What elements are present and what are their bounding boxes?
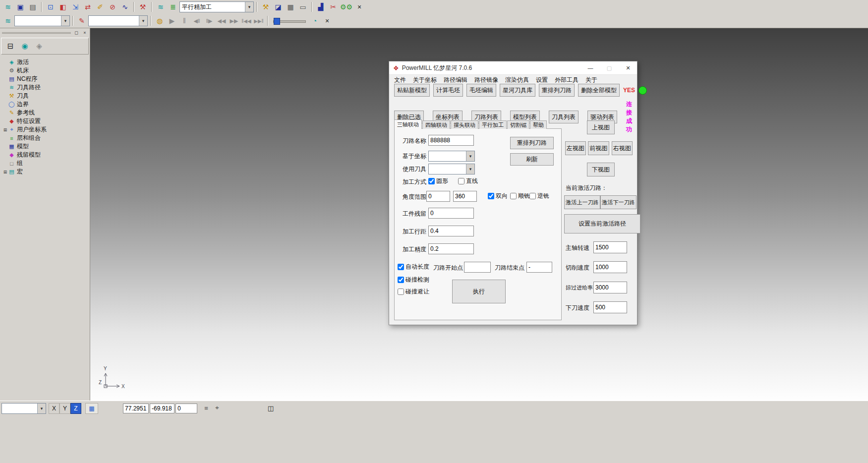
stepover-input[interactable] <box>428 226 474 236</box>
panel-drag-grip[interactable] <box>2 32 71 34</box>
tree-item-feature-sets[interactable]: ◆特征设置 <box>1 117 89 125</box>
view-front-button[interactable]: 前视图 <box>588 141 609 155</box>
coord-y-input[interactable] <box>150 404 174 413</box>
expand-icon[interactable]: ⊞ <box>2 170 8 174</box>
toolbar-close-icon[interactable]: × <box>321 15 333 26</box>
tree-item-patterns[interactable]: ✎参考线 <box>1 109 89 117</box>
print-icon[interactable]: ▤ <box>27 1 39 12</box>
collision-avoid-checkbox[interactable]: 碰撞避让 <box>398 288 429 296</box>
execute-button[interactable]: 执行 <box>452 280 506 303</box>
chart-icon[interactable]: ▟ <box>315 1 327 12</box>
go-end-icon[interactable]: ▶▶‖ <box>253 15 265 26</box>
stock-input[interactable] <box>428 208 474 219</box>
menu-about-coords[interactable]: 关于坐标 <box>409 76 440 84</box>
view-left-button[interactable]: 左视图 <box>565 141 586 155</box>
cutting-speed-input[interactable] <box>593 261 627 273</box>
menu-path-mirror[interactable]: 路径镜像 <box>471 76 502 84</box>
limit-boundary-icon[interactable]: ⊘ <box>107 1 118 12</box>
start-point-input[interactable] <box>464 262 491 273</box>
close-button[interactable]: ✕ <box>620 62 636 74</box>
plunge-speed-input[interactable] <box>593 301 627 313</box>
menu-render-sim[interactable]: 渲染仿真 <box>502 76 532 84</box>
angle-end-input[interactable] <box>453 191 477 202</box>
list-icon[interactable]: ≡ <box>201 403 211 413</box>
axis-x-button[interactable]: X <box>49 403 59 414</box>
collision-avoid-checkbox-input[interactable] <box>398 289 404 295</box>
tool-library-button[interactable]: 星河刀具库 <box>500 84 535 97</box>
strategy-list-icon[interactable]: ≣ <box>167 1 179 12</box>
measure-icon[interactable]: ▭ <box>297 1 309 12</box>
mirror-toolpath-icon[interactable]: ⇄ <box>82 1 94 12</box>
slider-handle[interactable] <box>274 18 280 25</box>
auto-length-checkbox-input[interactable] <box>398 264 404 270</box>
climb-checkbox-input[interactable] <box>510 193 517 199</box>
tree-item-models[interactable]: ▦模型 <box>1 142 89 151</box>
minimize-button[interactable]: — <box>582 62 598 74</box>
climb-checkbox[interactable]: 顺铣 <box>510 192 530 200</box>
tab-help[interactable]: 帮助 <box>530 120 547 129</box>
fast-forward-icon[interactable]: ▶▶ <box>228 15 240 26</box>
levels-icon[interactable]: ≋ <box>2 15 14 26</box>
line-checkbox[interactable]: 直线 <box>458 177 478 185</box>
holder-check-icon[interactable]: ⚒ <box>137 1 149 12</box>
tab-3axis[interactable]: 三轴联动 <box>394 119 422 129</box>
tree-item-machine[interactable]: ⚙机床 <box>1 66 89 75</box>
spindle-speed-input[interactable] <box>593 241 627 253</box>
axis-z-button[interactable]: Z <box>70 403 81 414</box>
tree-item-toolpaths[interactable]: ≋刀具路径 <box>1 83 89 92</box>
toolpath-draw-icon[interactable]: ✎ <box>76 15 88 26</box>
toolbar-close-icon[interactable]: × <box>353 1 365 12</box>
tab-saw[interactable]: 切割锯 <box>507 120 529 129</box>
animation-speed-slider[interactable] <box>273 17 306 25</box>
step-forward-icon[interactable]: ‖▶ <box>203 15 215 26</box>
bidirectional-checkbox[interactable]: 双向 <box>488 192 508 200</box>
new-model-icon[interactable]: ▣ <box>14 1 26 12</box>
tab-parallel[interactable]: 平行加工 <box>479 120 507 129</box>
hierarchy-icon[interactable]: ⊟ <box>4 40 16 52</box>
rearrange-toolpaths-button[interactable]: 重排列刀路 <box>510 137 554 149</box>
calc-stock-button[interactable]: 计算毛坯 <box>433 84 463 97</box>
speed-clock-icon[interactable]: ◔ <box>309 15 321 26</box>
paste-model-icon[interactable]: ⊡ <box>45 1 57 12</box>
bidirectional-checkbox-input[interactable] <box>488 193 494 199</box>
set-active-path-button[interactable]: 设置当前激活路径 <box>564 214 640 233</box>
go-start-icon[interactable]: ‖◀◀ <box>240 15 252 26</box>
rewind-icon[interactable]: ◀◀ <box>216 15 228 26</box>
tool-list-button[interactable]: 刀具列表 <box>549 111 579 123</box>
conventional-checkbox-input[interactable] <box>529 193 536 199</box>
view-bottom-button[interactable]: 下视图 <box>587 163 615 176</box>
menu-about[interactable]: 关于 <box>582 76 601 84</box>
block-icon[interactable]: ◧ <box>57 1 69 12</box>
menu-path-edit[interactable]: 路径编辑 <box>440 76 471 84</box>
tree-item-stock-models[interactable]: ◆残留模型 <box>1 151 89 159</box>
collision-check-checkbox[interactable]: 碰撞检测 <box>398 276 429 284</box>
angle-start-input[interactable] <box>426 191 450 202</box>
transform-model-icon[interactable]: ⇲ <box>69 1 81 12</box>
feeds-speeds-icon[interactable]: ∿ <box>119 1 131 12</box>
edit-toolpath-icon[interactable]: ✐ <box>94 1 106 12</box>
toolpath-name-input[interactable] <box>428 135 474 146</box>
conventional-checkbox[interactable]: 逆铣 <box>529 192 549 200</box>
rearrange-toolpaths-button[interactable]: 重排列刀路 <box>539 84 575 97</box>
panel-header[interactable]: ◻ × <box>0 28 90 37</box>
paste-new-model-button[interactable]: 粘贴新模型 <box>394 84 430 97</box>
menu-settings[interactable]: 设置 <box>532 76 551 84</box>
stock-edit-button[interactable]: 毛坯编辑 <box>466 84 496 97</box>
powermill-layers-icon[interactable]: ≋ <box>2 1 14 12</box>
tree-item-nc-programs[interactable]: ▤NC程序 <box>1 75 89 83</box>
grid-icon[interactable]: ▦ <box>85 403 98 414</box>
levels-icon[interactable]: ≋ <box>155 1 167 12</box>
macro-gears-icon[interactable]: ⚙⚙ <box>340 1 353 12</box>
light-bulb-icon[interactable]: ◍ <box>154 15 166 26</box>
menu-file[interactable]: 文件 <box>391 76 409 84</box>
nc-program-dropdown[interactable]: ▾ <box>14 15 70 26</box>
maximize-button[interactable]: ▢ <box>601 62 617 74</box>
axis-y-button[interactable]: Y <box>59 403 70 414</box>
coord-x-input[interactable] <box>123 404 149 413</box>
tree-item-groups[interactable]: □组 <box>1 159 89 168</box>
activate-next-button[interactable]: 激活下一刀路 <box>600 195 637 209</box>
refresh-button[interactable]: 刷新 <box>510 153 554 166</box>
dual-view-icon[interactable]: ◫ <box>266 403 276 413</box>
menu-external-tools[interactable]: 外部工具 <box>551 76 582 84</box>
end-point-input[interactable] <box>526 262 552 273</box>
